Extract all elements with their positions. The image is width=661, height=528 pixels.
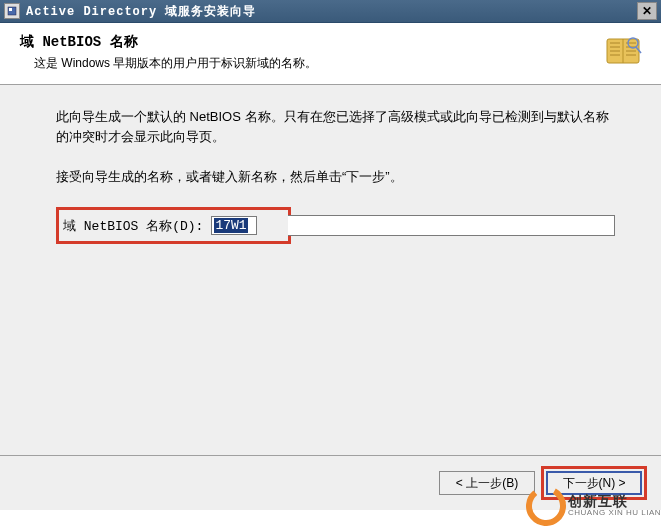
next-button[interactable]: 下一步(N) > xyxy=(546,471,642,495)
next-button-highlight: 下一步(N) > xyxy=(541,466,647,500)
system-menu-icon[interactable] xyxy=(4,3,20,19)
window-title: Active Directory 域服务安装向导 xyxy=(26,3,637,20)
wizard-book-icon xyxy=(603,33,643,69)
netbios-label: 域 NetBIOS 名称(D): xyxy=(63,217,203,235)
page-subtitle: 这是 Windows 早期版本的用户用于标识新域的名称。 xyxy=(34,55,595,72)
body-paragraph-2: 接受向导生成的名称，或者键入新名称，然后单击“下一步”。 xyxy=(56,167,615,187)
svg-rect-1 xyxy=(9,8,12,11)
netbios-input-wrap: 17W1 xyxy=(211,216,280,235)
back-button[interactable]: < 上一步(B) xyxy=(439,471,535,495)
netbios-input[interactable] xyxy=(211,216,257,235)
netbios-input-extension[interactable] xyxy=(288,215,615,236)
wizard-header: 域 NetBIOS 名称 这是 Windows 早期版本的用户用于标识新域的名称… xyxy=(0,23,661,85)
wizard-body: 此向导生成一个默认的 NetBIOS 名称。只有在您已选择了高级模式或此向导已检… xyxy=(0,85,661,455)
close-button[interactable]: ✕ xyxy=(637,2,657,20)
page-title: 域 NetBIOS 名称 xyxy=(20,33,595,51)
watermark-text-en: CHUANG XIN HU LIAN xyxy=(568,509,661,518)
wizard-button-bar: < 上一步(B) 下一步(N) > xyxy=(0,455,661,510)
body-paragraph-1: 此向导生成一个默认的 NetBIOS 名称。只有在您已选择了高级模式或此向导已检… xyxy=(56,107,615,147)
netbios-field-highlight: 域 NetBIOS 名称(D): 17W1 xyxy=(56,207,291,244)
titlebar: Active Directory 域服务安装向导 ✕ xyxy=(0,0,661,23)
